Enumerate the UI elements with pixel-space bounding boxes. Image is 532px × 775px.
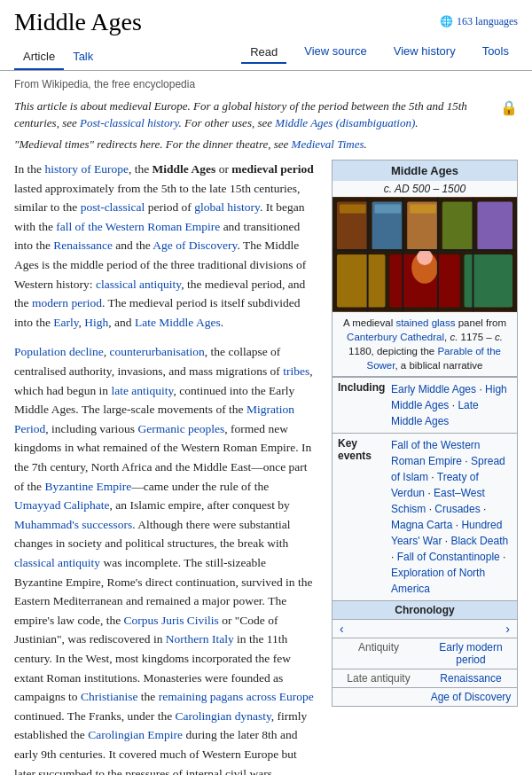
chrono-next-btn[interactable]: › [502, 622, 513, 636]
svg-rect-5 [477, 202, 512, 250]
svg-rect-17 [375, 205, 402, 214]
hatnote-2: "Medieval times" redirects here. For the… [14, 136, 518, 153]
chrono-antiquity: Antiquity [332, 638, 425, 669]
svg-rect-8 [465, 254, 512, 307]
infobox-keyevents-row: Key events Fall of the Western Roman Emp… [332, 433, 517, 600]
tab-article[interactable]: Article [14, 46, 64, 70]
link-germanic-peoples[interactable]: Germanic peoples [138, 422, 225, 435]
link-umayyad[interactable]: Umayyad Caliphate [14, 498, 110, 512]
link-post-classical-history[interactable]: Post-classical history [80, 116, 179, 129]
tab-tools[interactable]: Tools [473, 41, 518, 65]
link-early-middle-ages[interactable]: Early Middle Ages [391, 383, 476, 395]
infobox-title: Middle Ages [332, 160, 517, 181]
tab-view-source[interactable]: View source [295, 41, 376, 65]
tabs-bar: Article Talk Read View source View histo… [14, 41, 518, 70]
link-pop-decline[interactable]: Population decline [14, 345, 104, 358]
link-carolingian-empire[interactable]: Carolingian Empire [88, 728, 183, 741]
chrono-empty-left [332, 688, 425, 706]
link-renaissance[interactable]: Renaissance [53, 239, 113, 252]
link-age-discovery-chrono[interactable]: Age of Discovery [431, 691, 512, 703]
infobox-keyevents-label: Key events [332, 434, 386, 600]
languages-button[interactable]: 🌐 163 languages [440, 15, 518, 28]
link-ke-magna-carta[interactable]: Magna Carta [391, 519, 452, 531]
link-medieval-times[interactable]: Medieval Times [292, 137, 364, 151]
link-corpus-juris[interactable]: Corpus Juris Civilis [124, 614, 219, 627]
infobox-keyevents-value: Fall of the Western Roman Empire · Sprea… [386, 434, 517, 600]
svg-rect-6 [337, 254, 385, 307]
chrono-row-2: Late antiquity Renaissance [332, 669, 517, 687]
infobox-including-row: Including Early Middle Ages · High Middl… [332, 377, 517, 433]
chrono-prev-btn[interactable]: ‹ [336, 622, 348, 636]
link-northern-italy[interactable]: Northern Italy [166, 632, 234, 646]
hatnote-1: This article is about medieval Europe. F… [14, 98, 518, 132]
link-post-classical[interactable]: post-classical [81, 200, 145, 214]
chrono-renaissance: Renaissance [425, 669, 517, 687]
svg-rect-18 [410, 205, 436, 214]
paragraph-1: In the history of Europe, the Middle Age… [14, 160, 317, 332]
lock-icon: 🔒 [500, 99, 518, 116]
from-wikipedia: From Wikipedia, the free encyclopedia [14, 78, 518, 90]
chrono-age-discovery: Age of Discovery [425, 688, 517, 706]
link-fall-roman-empire[interactable]: fall of the Western Roman Empire [56, 220, 220, 233]
link-global-history[interactable]: global history [194, 200, 260, 214]
chrono-nav-top: ‹ › [332, 619, 517, 638]
link-chrono-renaissance[interactable]: Renaissance [440, 672, 501, 685]
svg-rect-16 [340, 205, 366, 214]
translate-icon: 🌐 [440, 15, 453, 28]
infobox-including-value: Early Middle Ages · High Middle Ages · L… [386, 378, 517, 433]
link-ke-fall-const[interactable]: Fall of Constantinople [397, 551, 500, 563]
svg-point-10 [417, 249, 433, 265]
page-title: Middle Ages [14, 7, 142, 37]
link-byzantine-empire[interactable]: Byzantine Empire [45, 480, 132, 493]
link-ke-crusades[interactable]: Crusades [434, 503, 480, 515]
infobox-image [332, 197, 517, 312]
page-header: Middle Ages 🌐 163 languages Article Talk… [0, 0, 532, 71]
infobox-including-label: Including [332, 378, 386, 433]
chrono-late-antiquity: Late antiquity [332, 669, 425, 687]
paragraph-2: Population decline, counterurbanisation,… [14, 342, 317, 775]
link-disambiguation[interactable]: Middle Ages (disambiguation) [275, 116, 415, 129]
link-early-modern[interactable]: Early modern period [439, 641, 502, 666]
link-high[interactable]: High [84, 316, 108, 329]
article-body: In the history of Europe, the Middle Age… [14, 160, 317, 775]
link-tribes[interactable]: tribes [283, 364, 309, 378]
link-classical-antiquity2[interactable]: classical antiquity [14, 556, 100, 569]
link-christianise[interactable]: Christianise [81, 690, 138, 703]
tab-talk[interactable]: Talk [64, 46, 102, 70]
link-remaining-pagans[interactable]: remaining pagans across Europe [159, 690, 314, 703]
link-counterurb[interactable]: counterurbanisation [110, 345, 205, 358]
link-late-antiquity[interactable]: late antiquity [111, 384, 173, 397]
infobox: Middle Ages c. AD 500 – 1500 [332, 160, 518, 707]
link-classical-antiquity[interactable]: classical antiquity [96, 278, 181, 291]
chrono-early-modern: Early modern period [425, 638, 517, 669]
chrono-row-1: Antiquity Early modern period [332, 638, 517, 669]
link-ke-fall-roman[interactable]: Fall of the Western Roman Empire [391, 439, 481, 467]
infobox-subtitle: c. AD 500 – 1500 [332, 181, 517, 197]
page-content: From Wikipedia, the free encyclopedia 🔒 … [0, 71, 532, 775]
chrono-row-3: Age of Discovery [332, 687, 517, 706]
link-modern-period[interactable]: modern period [32, 296, 102, 309]
link-age-of-discovery[interactable]: Age of Discovery [153, 239, 237, 252]
link-parable-sower[interactable]: Parable of the Sower [366, 346, 501, 371]
link-ke-black-death[interactable]: Black Death [450, 535, 508, 547]
link-carolingian-dynasty[interactable]: Carolingian dynasty [176, 709, 271, 723]
link-history-europe[interactable]: history of Europe [45, 162, 129, 176]
link-ke-exploration[interactable]: Exploration of North America [391, 567, 485, 595]
tab-read[interactable]: Read [241, 42, 286, 64]
tab-view-history[interactable]: View history [385, 41, 465, 65]
link-canterbury[interactable]: Canterbury Cathedral [347, 332, 444, 342]
svg-rect-4 [442, 202, 473, 250]
content-tabs: Article Talk [14, 46, 102, 70]
link-early[interactable]: Early [53, 316, 78, 329]
action-tabs: Read View source View history Tools [241, 41, 518, 70]
main-area: In the history of Europe, the Middle Age… [14, 160, 518, 775]
infobox-caption: A medieval stained glass panel from Cant… [332, 312, 517, 377]
infobox-chronology-title: Chronology [332, 600, 517, 619]
link-muhammads-successors[interactable]: Muhammad's successors [14, 518, 132, 531]
link-stained-glass[interactable]: stained glass [395, 317, 455, 328]
link-late[interactable]: Late Middle Ages [135, 316, 221, 329]
